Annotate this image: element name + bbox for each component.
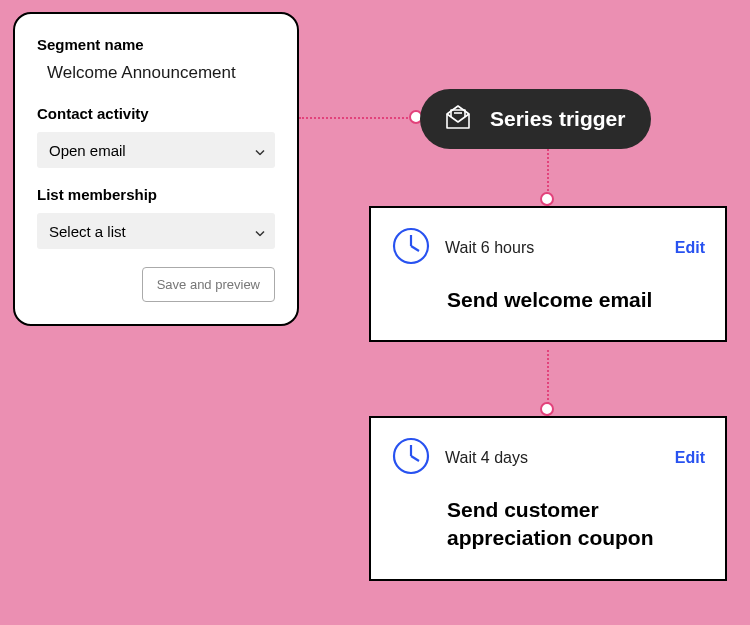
svg-line-6 (411, 456, 419, 461)
chevron-down-icon (255, 223, 265, 240)
series-trigger-pill[interactable]: Series trigger (420, 89, 651, 149)
clock-icon (391, 436, 431, 480)
wait-duration: Wait 4 days (445, 449, 661, 467)
wait-duration: Wait 6 hours (445, 239, 661, 257)
step-title: Send customer appreciation coupon (447, 496, 705, 553)
list-membership-label: List membership (37, 186, 275, 203)
connector-node (540, 402, 554, 416)
connector-line (299, 117, 420, 119)
envelope-open-icon (442, 101, 474, 137)
segment-name-value[interactable]: Welcome Announcement (47, 63, 275, 83)
clock-icon (391, 226, 431, 270)
save-preview-button[interactable]: Save and preview (142, 267, 275, 302)
contact-activity-select[interactable]: Open email (37, 132, 275, 168)
edit-button[interactable]: Edit (675, 449, 705, 467)
list-membership-value: Select a list (49, 223, 126, 240)
edit-button[interactable]: Edit (675, 239, 705, 257)
trigger-title: Series trigger (490, 107, 625, 131)
chevron-down-icon (255, 142, 265, 159)
automation-step-card: Wait 6 hours Edit Send welcome email (369, 206, 727, 342)
contact-activity-label: Contact activity (37, 105, 275, 122)
list-membership-select[interactable]: Select a list (37, 213, 275, 249)
connector-node (540, 192, 554, 206)
segment-name-label: Segment name (37, 36, 275, 53)
contact-activity-value: Open email (49, 142, 126, 159)
svg-line-3 (411, 246, 419, 251)
automation-step-card: Wait 4 days Edit Send customer appreciat… (369, 416, 727, 581)
segment-panel: Segment name Welcome Announcement Contac… (13, 12, 299, 326)
step-title: Send welcome email (447, 286, 705, 314)
